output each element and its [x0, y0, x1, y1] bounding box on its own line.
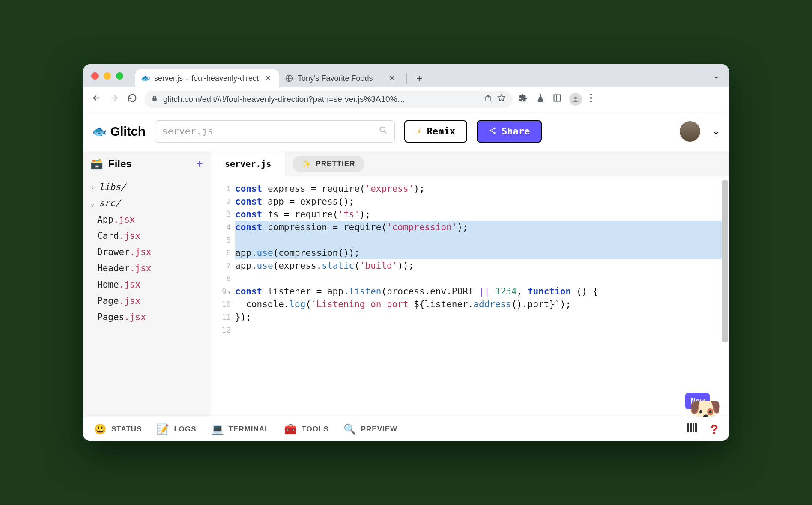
svg-point-13	[493, 132, 496, 134]
sparkle-icon: ✨	[302, 160, 311, 169]
svg-line-10	[384, 131, 386, 134]
editor-tab-label: server.js	[225, 159, 271, 169]
reload-button[interactable]	[126, 93, 138, 105]
browser-actions	[519, 93, 592, 106]
url-text: glitch.com/edit/#!/foul-heavenly-directi…	[163, 95, 479, 104]
browser-window: 🐟 server.js – foul-heavenly-direct ✕ Ton…	[83, 64, 729, 441]
keyboard-icon[interactable]	[687, 422, 699, 436]
file-item[interactable]: Card.jsx	[83, 228, 211, 244]
prettier-label: PRETTIER	[316, 160, 355, 168]
files-box-icon: 🗃️	[90, 158, 103, 170]
svg-point-9	[380, 127, 385, 132]
window-controls	[91, 72, 123, 80]
chevron-down-icon: ⌄	[90, 199, 96, 208]
add-file-button[interactable]: +	[196, 157, 203, 171]
svg-rect-16	[693, 423, 694, 432]
lock-icon	[151, 95, 158, 104]
svg-point-12	[493, 128, 496, 130]
laptop-icon: 💻	[211, 423, 224, 435]
smile-icon: 😃	[94, 423, 107, 435]
glitch-fish-icon: 🐟	[92, 124, 107, 138]
svg-rect-3	[554, 95, 561, 101]
folder-libs[interactable]: › libs/	[83, 179, 211, 195]
file-item[interactable]: Drawer.jsx	[83, 244, 211, 260]
memo-icon: 📝	[156, 423, 170, 435]
tools-button[interactable]: 🧰TOOLS	[284, 423, 328, 435]
browser-tab-active[interactable]: 🐟 server.js – foul-heavenly-direct ✕	[135, 69, 279, 87]
tab-title: server.js – foul-heavenly-direct	[154, 74, 259, 83]
svg-rect-15	[690, 423, 692, 432]
editor-area: server.js ✨ PRETTIER 1234 5678 9101112 c…	[211, 152, 729, 417]
code-editor[interactable]: 1234 5678 9101112 const express = requir…	[211, 176, 729, 417]
editor-tabbar: server.js ✨ PRETTIER	[211, 152, 729, 176]
share-icon	[489, 126, 496, 137]
browser-tabs: 🐟 server.js – foul-heavenly-direct ✕ Ton…	[135, 69, 713, 87]
glitch-header: 🐟 Glitch server.js ⚡ Remix Share ⌄	[83, 111, 729, 152]
svg-rect-14	[687, 423, 689, 432]
svg-point-7	[590, 97, 592, 99]
file-item[interactable]: Home.jsx	[83, 276, 211, 293]
reading-list-icon[interactable]	[553, 94, 561, 104]
labs-flask-icon[interactable]	[536, 93, 545, 105]
chevron-right-icon: ›	[90, 183, 96, 191]
close-tab-button[interactable]: ✕	[263, 74, 273, 83]
search-input[interactable]: server.js	[155, 120, 395, 143]
svg-rect-17	[695, 423, 697, 432]
logs-button[interactable]: 📝LOGS	[156, 423, 196, 435]
file-tree: › libs/ ⌄ src/ App.jsx Card.jsx Drawer.j…	[83, 176, 211, 328]
file-item[interactable]: Header.jsx	[83, 260, 211, 276]
forward-button[interactable]	[108, 93, 120, 105]
back-button[interactable]	[90, 93, 102, 105]
extensions-icon[interactable]	[519, 93, 528, 105]
browser-tab[interactable]: Tony's Favorite Foods ✕	[279, 69, 403, 87]
file-item[interactable]: Pages.jsx	[83, 309, 211, 325]
close-window-button[interactable]	[91, 72, 99, 80]
user-menu-chevron-icon[interactable]: ⌄	[712, 126, 720, 137]
folder-src[interactable]: ⌄ src/	[83, 195, 211, 211]
svg-point-8	[590, 101, 592, 102]
svg-point-6	[590, 94, 592, 95]
mascot-icon: 🐶	[689, 398, 722, 417]
profile-avatar-icon[interactable]	[569, 93, 582, 106]
file-item[interactable]: App.jsx	[83, 211, 211, 228]
glitch-logo[interactable]: 🐟 Glitch	[92, 124, 146, 139]
glitch-favicon-icon: 🐟	[141, 74, 150, 83]
editor-tab-active[interactable]: server.js	[211, 152, 285, 176]
tab-title: Tony's Favorite Foods	[298, 74, 383, 83]
code-content: const express = require('express'); cons…	[235, 176, 729, 417]
svg-point-11	[490, 130, 492, 132]
glitch-brand-text: Glitch	[110, 124, 146, 139]
preview-button[interactable]: 🔍PREVIEW	[343, 423, 397, 435]
address-bar[interactable]: glitch.com/edit/#!/foul-heavenly-directi…	[144, 91, 513, 108]
prettier-button[interactable]: ✨ PRETTIER	[293, 156, 364, 172]
editor-scrollbar[interactable]	[722, 180, 728, 342]
browser-titlebar: 🐟 server.js – foul-heavenly-direct ✕ Ton…	[83, 64, 729, 87]
tab-separator	[406, 73, 407, 83]
tabs-overflow-button[interactable]: ⌄	[713, 71, 720, 81]
folder-name: libs/	[99, 182, 126, 192]
terminal-button[interactable]: 💻TERMINAL	[211, 423, 270, 435]
minimize-window-button[interactable]	[104, 72, 111, 80]
close-tab-button[interactable]: ✕	[387, 74, 397, 83]
share-label: Share	[502, 126, 530, 137]
remix-button[interactable]: ⚡ Remix	[404, 120, 467, 143]
maximize-window-button[interactable]	[116, 72, 123, 80]
status-button[interactable]: 😃STATUS	[94, 423, 142, 435]
browser-menu-button[interactable]	[590, 93, 592, 105]
globe-icon	[285, 74, 293, 83]
files-header: 🗃️ Files +	[83, 152, 211, 176]
folder-name: src/	[99, 198, 121, 208]
file-item[interactable]: Page.jsx	[83, 293, 211, 309]
svg-rect-1	[152, 98, 156, 101]
share-button[interactable]: Share	[477, 120, 542, 143]
files-sidebar: 🗃️ Files + › libs/ ⌄ src/ App.jsx Card.j…	[83, 152, 211, 417]
search-placeholder: server.js	[162, 126, 379, 137]
user-avatar[interactable]	[680, 121, 700, 142]
bookmark-star-icon[interactable]	[497, 94, 506, 104]
share-page-icon[interactable]	[484, 94, 492, 104]
files-header-label: Files	[108, 158, 132, 170]
magnifier-icon: 🔍	[343, 423, 357, 435]
help-button[interactable]: ?	[710, 422, 718, 437]
bottom-toolbar: 😃STATUS 📝LOGS 💻TERMINAL 🧰TOOLS 🔍PREVIEW …	[83, 417, 729, 441]
new-tab-button[interactable]: +	[410, 72, 428, 84]
